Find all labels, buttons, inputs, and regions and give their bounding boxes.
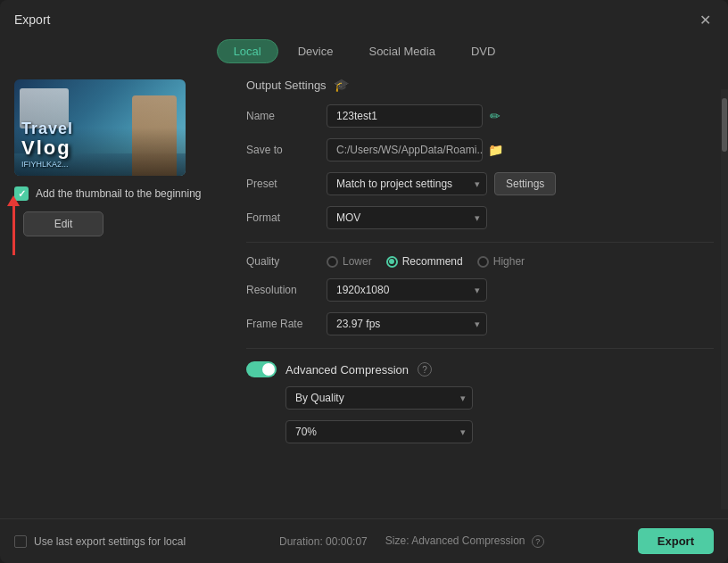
quality-control: Lower Recommend Higher	[327, 255, 714, 268]
resolution-control: 1920x1080	[327, 278, 714, 302]
quality-lower[interactable]: Lower	[327, 255, 372, 268]
frame-rate-select[interactable]: 23.97 fps	[327, 312, 487, 335]
tab-device[interactable]: Device	[282, 39, 350, 63]
right-panel: Output Settings 🎓 Name ✏ Save to C:/User…	[246, 72, 714, 518]
preset-select-wrapper: Match to project settings	[327, 172, 487, 195]
quality-lower-label: Lower	[343, 255, 372, 268]
output-settings-label: Output Settings	[246, 79, 327, 92]
use-last-settings-checkbox[interactable]	[14, 535, 27, 548]
quality-percent-wrapper: 70%	[285, 420, 473, 443]
footer-left: Use last export settings for local	[14, 535, 186, 548]
preset-select[interactable]: Match to project settings	[327, 172, 487, 195]
size-label: Size: Advanced Compression ?	[385, 534, 544, 548]
close-button[interactable]: ✕	[696, 11, 714, 29]
name-label: Name	[246, 110, 327, 122]
quality-percent-select[interactable]: 70%	[285, 420, 473, 443]
main-area: Travel Vlog IFIYHLKA2... ✓ Add the thumb…	[0, 72, 728, 518]
tab-local[interactable]: Local	[217, 39, 278, 63]
quality-row: Quality Lower Recommend Higher	[246, 255, 714, 268]
export-window: Export ✕ Local Device Social Media DVD T…	[0, 0, 728, 563]
thumbnail-title2: Vlog	[21, 138, 71, 158]
quality-higher-label: Higher	[493, 255, 525, 268]
folder-icon[interactable]: 📁	[488, 143, 503, 157]
name-control: ✏	[327, 104, 714, 128]
advanced-compression-row: Advanced Compression ?	[246, 361, 714, 377]
name-input[interactable]	[327, 104, 483, 128]
scrollbar-thumb[interactable]	[722, 98, 727, 152]
format-row: Format MOV	[246, 206, 714, 229]
compression-type-control: By Quality	[285, 386, 714, 410]
tab-dvd[interactable]: DVD	[455, 39, 511, 63]
edit-button[interactable]: Edit	[23, 211, 103, 236]
left-panel: Travel Vlog IFIYHLKA2... ✓ Add the thumb…	[14, 72, 228, 518]
preset-label: Preset	[246, 178, 327, 190]
advanced-toggle[interactable]	[246, 361, 277, 377]
tab-social-media[interactable]: Social Media	[352, 39, 451, 63]
save-to-row: Save to C:/Users/WS/AppData/Roami... 📁	[246, 138, 714, 161]
scrollbar-track	[721, 89, 728, 509]
preset-control: Match to project settings Settings	[327, 172, 714, 195]
compression-type-wrapper: By Quality	[285, 386, 473, 410]
title-bar: Export ✕	[0, 0, 728, 36]
frame-rate-select-wrapper: 23.97 fps	[327, 312, 487, 335]
frame-rate-control: 23.97 fps	[327, 312, 714, 335]
advanced-help-icon[interactable]: ?	[418, 362, 432, 377]
window-title: Export	[14, 12, 50, 27]
thumbnail-overlay: Travel Vlog IFIYHLKA2...	[14, 79, 186, 176]
divider-2	[246, 348, 714, 349]
format-control: MOV	[327, 206, 714, 229]
name-row: Name ✏	[246, 104, 714, 128]
radio-lower	[327, 256, 338, 268]
frame-rate-row: Frame Rate 23.97 fps	[246, 312, 714, 335]
format-select[interactable]: MOV	[327, 206, 487, 229]
resolution-label: Resolution	[246, 284, 327, 296]
radio-recommend	[386, 256, 398, 268]
divider-1	[246, 242, 714, 243]
frame-rate-label: Frame Rate	[246, 318, 327, 330]
resolution-row: Resolution 1920x1080	[246, 278, 714, 302]
preset-row: Preset Match to project settings Setting…	[246, 172, 714, 195]
tabs-row: Local Device Social Media DVD	[0, 36, 728, 72]
output-settings-title: Output Settings 🎓	[246, 78, 714, 92]
thumbnail-title1: Travel	[21, 120, 73, 138]
radio-higher	[477, 256, 489, 268]
compression-type-row: By Quality	[285, 386, 714, 410]
size-help-icon[interactable]: ?	[532, 535, 544, 548]
thumbnail-subtitle: IFIYHLKA2...	[21, 160, 69, 169]
quality-recommend[interactable]: Recommend	[386, 255, 463, 268]
duration-label: Duration: 00:00:07	[279, 535, 368, 548]
video-thumbnail: Travel Vlog IFIYHLKA2...	[14, 79, 186, 176]
quality-recommend-label: Recommend	[402, 255, 463, 268]
export-button[interactable]: Export	[638, 528, 714, 554]
quality-higher[interactable]: Higher	[477, 255, 525, 268]
advanced-label: Advanced Compression	[285, 363, 409, 377]
thumbnail-checkbox-label: Add the thumbnail to the beginning	[36, 187, 201, 200]
save-to-control: C:/Users/WS/AppData/Roami... 📁	[327, 138, 714, 161]
footer: Use last export settings for local Durat…	[0, 518, 728, 563]
ai-icon[interactable]: ✏	[490, 109, 500, 123]
save-to-label: Save to	[246, 144, 327, 156]
save-to-path: C:/Users/WS/AppData/Roami...	[327, 138, 483, 161]
footer-center: Duration: 00:00:07 Size: Advanced Compre…	[279, 534, 544, 548]
settings-button[interactable]: Settings	[494, 172, 556, 195]
compression-type-select[interactable]: By Quality	[285, 386, 473, 410]
format-label: Format	[246, 211, 327, 224]
output-settings-icon: 🎓	[334, 78, 349, 92]
quality-percent-row: 70%	[285, 420, 714, 443]
use-last-settings-label: Use last export settings for local	[34, 535, 186, 548]
resolution-select-wrapper: 1920x1080	[327, 278, 487, 302]
thumbnail-checkbox-row: ✓ Add the thumbnail to the beginning	[14, 186, 228, 201]
quality-label: Quality	[246, 255, 327, 268]
format-select-wrapper: MOV	[327, 206, 487, 229]
quality-percent-control: 70%	[285, 420, 714, 443]
resolution-select[interactable]: 1920x1080	[327, 278, 487, 302]
